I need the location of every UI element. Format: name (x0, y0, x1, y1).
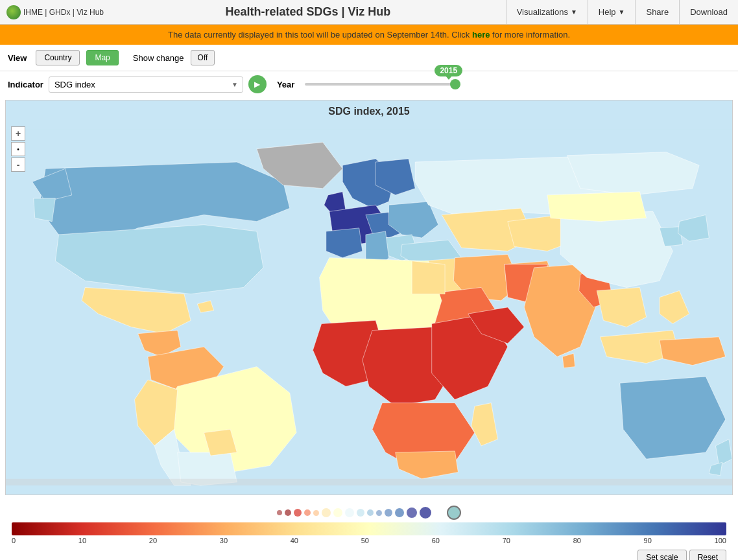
scale-dots-row (5, 503, 733, 522)
scale-dot (357, 509, 364, 517)
scale-num-70: 70 (503, 537, 510, 544)
scale-dot (345, 508, 354, 517)
color-scale-bar (12, 522, 726, 535)
zoom-in-button[interactable]: + (11, 126, 25, 141)
scale-dot (420, 507, 431, 519)
scale-dot (322, 508, 331, 517)
scale-indicator-dot (447, 506, 461, 520)
map-title: SDG index, 2015 (6, 100, 732, 122)
year-slider-container: 2015 (305, 83, 730, 86)
year-label: Year (277, 80, 294, 89)
legend-buttons: Set scale Reset (5, 547, 733, 560)
year-slider[interactable] (305, 83, 460, 86)
header: IHME | GHDx | Viz Hub Health-related SDG… (0, 0, 738, 25)
play-button[interactable]: ▶ (248, 75, 267, 93)
banner-text-after: for more information. (490, 30, 570, 40)
scale-num-30: 30 (220, 537, 228, 544)
scale-num-10: 10 (78, 537, 86, 544)
banner-text-before: The data currently displayed in this too… (168, 30, 472, 40)
show-change-label: Show change (133, 53, 184, 63)
scale-num-0: 0 (12, 537, 16, 544)
year-bubble: 2015 (434, 65, 462, 76)
download-button[interactable]: Download (679, 0, 738, 24)
country-view-button[interactable]: Country (36, 50, 80, 65)
scale-dot (277, 510, 282, 515)
indicator-select-wrapper: SDG index HAQ Index Child mortality (49, 76, 243, 93)
scale-num-90: 90 (644, 537, 652, 544)
indicator-select[interactable]: SDG index HAQ Index Child mortality (49, 76, 243, 93)
logo-icon (6, 5, 21, 19)
scale-dot (367, 509, 374, 516)
svg-rect-1 (6, 479, 732, 485)
indicator-label: Indicator (8, 80, 43, 89)
zoom-dot: • (11, 142, 25, 156)
map-view-button[interactable]: Map (86, 50, 118, 65)
scale-dot (313, 510, 319, 516)
banner-link[interactable]: here (472, 30, 490, 40)
help-menu[interactable]: Help ▼ (588, 0, 636, 24)
scale-dot (285, 509, 291, 516)
reset-button[interactable]: Reset (689, 550, 726, 560)
view-controls: View Country Map Show change Off (0, 45, 738, 71)
scale-dot (385, 509, 392, 517)
page-title: Health-related SDGs | Viz Hub (110, 5, 506, 19)
map-container: SDG index, 2015 + • - (5, 100, 733, 495)
legend-area: 0 10 20 30 40 50 60 70 80 90 100 Set sca… (0, 498, 738, 560)
world-map-svg (6, 122, 732, 492)
scale-dot (376, 510, 382, 516)
logo-text: IHME | GHDx | Viz Hub (23, 8, 104, 17)
scale-dot (304, 509, 311, 516)
share-button[interactable]: Share (635, 0, 679, 24)
set-scale-button[interactable]: Set scale (637, 550, 686, 560)
view-label: View (8, 53, 27, 63)
update-banner: The data currently displayed in this too… (0, 25, 738, 45)
help-arrow: ▼ (619, 8, 625, 16)
nav-buttons: Visualizations ▼ Help ▼ Share Download (506, 0, 738, 24)
zoom-out-button[interactable]: - (11, 158, 25, 172)
indicator-row: Indicator SDG index HAQ Index Child mort… (0, 71, 738, 97)
scale-num-60: 60 (432, 537, 440, 544)
scale-dot (395, 508, 404, 517)
scale-num-20: 20 (149, 537, 157, 544)
visualizations-menu[interactable]: Visualizations ▼ (506, 0, 588, 24)
scale-dot (333, 508, 342, 517)
zoom-controls: + • - (11, 126, 25, 172)
visualizations-arrow: ▼ (571, 8, 577, 16)
show-change-toggle[interactable]: Off (191, 50, 215, 65)
scale-dot (294, 509, 302, 517)
scale-dot (407, 508, 417, 518)
scale-num-80: 80 (573, 537, 581, 544)
scale-num-100: 100 (715, 537, 726, 544)
scale-num-50: 50 (361, 537, 369, 544)
scale-numbers: 0 10 20 30 40 50 60 70 80 90 100 (5, 535, 733, 547)
scale-num-40: 40 (291, 537, 298, 544)
logo-area: IHME | GHDx | Viz Hub (0, 5, 110, 19)
